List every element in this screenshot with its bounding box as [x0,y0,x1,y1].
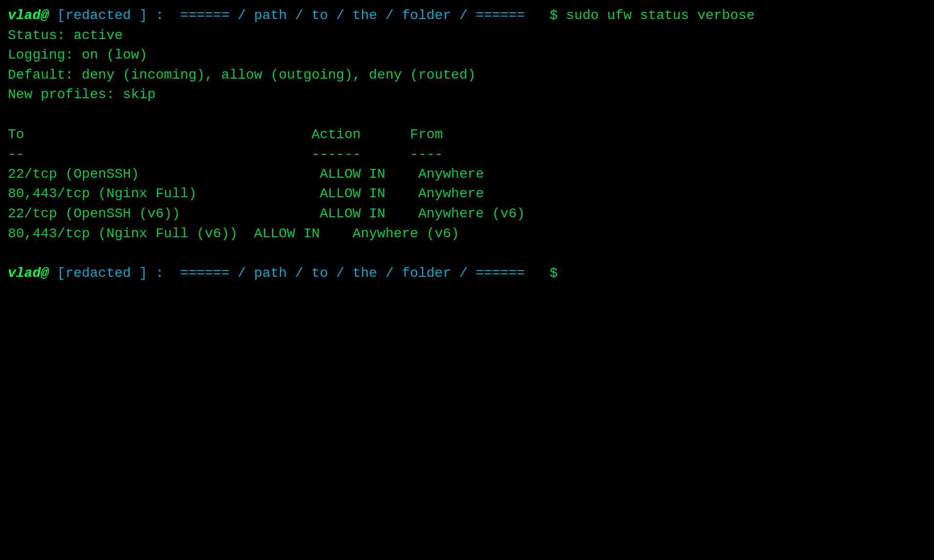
output-profiles: New profiles: skip [8,85,926,105]
table-row-2: 80,443/tcp (Nginx Full) ALLOW IN Anywher… [8,184,926,204]
table-row-4: 80,443/tcp (Nginx Full (v6)) ALLOW IN An… [8,224,926,244]
table-header-row: To Action From [8,125,926,145]
table-divider-row: -- ------ ---- [8,145,926,165]
table-row-1: 22/tcp (OpenSSH) ALLOW IN Anywhere [8,165,926,185]
output-default: Default: deny (incoming), allow (outgoin… [8,65,926,85]
prompt-path-2: ====== / path / to / the / folder / ====… [164,264,525,284]
prompt-hostname-2: [ [49,264,65,284]
prompt-hostname-close-2: ] [131,264,148,284]
prompt-hostname-close-1: ] [131,6,148,26]
prompt-colon-1: : [148,6,164,26]
blank-line-1 [8,105,926,125]
prompt-hostname-text-2: redacted [65,264,131,284]
terminal-window: vlad@ [redacted ] : ====== / path / to /… [8,6,926,283]
prompt-line-1: vlad@ [redacted ] : ====== / path / to /… [8,6,926,26]
prompt-username-2: vlad@ [8,264,49,284]
prompt-line-2[interactable]: vlad@ [redacted ] : ====== / path / to /… [8,264,926,284]
prompt-hostname-text-1: redacted [65,6,131,26]
output-logging: Logging: on (low) [8,45,926,65]
blank-line-2 [8,244,926,264]
prompt-dollar-2: $ [525,264,558,284]
output-status: Status: active [8,26,926,46]
table-row-3: 22/tcp (OpenSSH (v6)) ALLOW IN Anywhere … [8,204,926,224]
prompt-path-1: ====== / path / to / the / folder / ====… [164,6,525,26]
prompt-dollar-1: $ [525,6,558,26]
prompt-hostname-1: [ [49,6,65,26]
prompt-username-1: vlad@ [8,6,49,26]
prompt-colon-2: : [148,264,164,284]
command-text-1: sudo ufw status verbose [558,6,755,26]
